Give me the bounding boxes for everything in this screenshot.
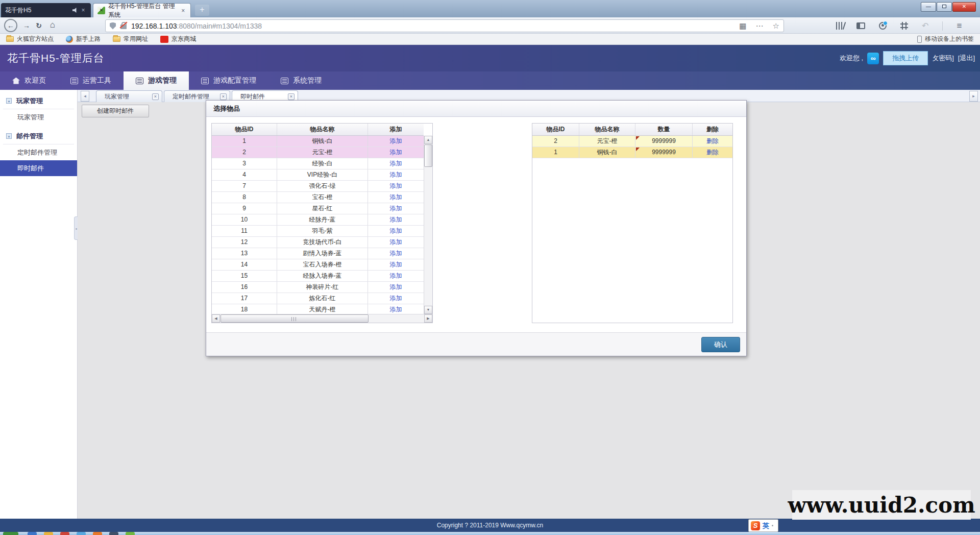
close-button[interactable]: ✕ [952,2,976,12]
tabs-scroll-left-icon[interactable]: ◂ [81,91,89,102]
mobile-bookmarks[interactable]: 移动设备上的书签 [917,35,974,43]
insecure-lock-icon[interactable] [120,25,127,29]
content-tab-0[interactable]: 玩家管理× [96,90,162,102]
page-actions-icon[interactable]: ⋯ [756,21,764,31]
selected-item-row[interactable]: 1铜钱-白9999999删除 [532,147,732,158]
add-link[interactable]: 添加 [390,272,402,279]
taskbar-icon[interactable] [60,532,69,535]
home-icon[interactable]: ⌂ [47,20,58,30]
change-password-link[interactable]: 攵密码] [932,54,954,63]
taskbar-icon[interactable] [28,532,37,535]
selected-item-row[interactable]: 2元宝-橙9999999删除 [532,136,732,147]
item-row[interactable]: 16神装碎片-红添加 [212,282,424,293]
add-link[interactable]: 添加 [390,295,402,302]
item-row[interactable]: 12竞技场代币-白添加 [212,237,424,248]
collapse-icon[interactable]: ▴ [6,98,12,104]
ime-indicator[interactable]: S 英 [748,519,778,532]
item-row[interactable]: 7强化石-绿添加 [212,181,424,192]
bookmark-item-3[interactable]: 京东商城 [160,35,196,43]
item-row[interactable]: 2元宝-橙添加 [212,147,424,158]
item-row[interactable]: 9星石-红添加 [212,203,424,214]
item-row[interactable]: 1铜钱-白添加 [212,136,424,147]
new-tab-button[interactable]: + [195,5,209,16]
add-link[interactable]: 添加 [390,283,402,290]
delete-link[interactable]: 删除 [706,149,719,156]
browser-tab-background[interactable]: 花千骨H5 × [1,3,91,17]
quantity-cell[interactable]: 9999999 [635,147,693,158]
account-icon[interactable] [879,22,887,30]
item-row[interactable]: 15经脉入场券-蓝添加 [212,271,424,282]
add-link[interactable]: 添加 [390,171,402,178]
horizontal-scrollbar[interactable]: ◀ ▶ [212,314,432,323]
tabs-scroll-right-icon[interactable]: ▸ [969,91,978,102]
taskbar-icon[interactable] [126,532,135,535]
back-icon[interactable]: ← [4,19,17,32]
scrollbar-thumb[interactable] [424,144,432,167]
close-icon[interactable]: × [288,93,295,100]
add-link[interactable]: 添加 [390,193,402,201]
logout-link[interactable]: [退出] [958,54,975,63]
close-icon[interactable]: × [152,93,159,100]
add-link[interactable]: 添加 [390,182,402,189]
scroll-down-icon[interactable]: ▼ [424,306,432,314]
restore-button[interactable] [937,2,952,12]
screenshot-icon[interactable] [900,22,908,30]
taskbar-icon[interactable] [109,532,118,535]
reload-icon[interactable]: ↻ [34,21,44,30]
add-link[interactable]: 添加 [390,250,402,257]
scroll-left-icon[interactable]: ◀ [212,314,220,323]
item-row[interactable]: 11羽毛-紫添加 [212,226,424,237]
scrollbar-thumb[interactable] [220,314,369,323]
nav-tab-0[interactable]: 欢迎页 [0,71,58,90]
tracking-shield-icon[interactable] [110,22,116,30]
menu-icon[interactable]: ≡ [957,21,962,31]
minimize-button[interactable]: — [921,2,936,12]
add-link[interactable]: 添加 [390,227,402,234]
scroll-up-icon[interactable]: ▲ [424,136,432,144]
taskbar-icon[interactable] [93,532,102,535]
add-link[interactable]: 添加 [390,160,402,167]
item-row[interactable]: 14宝石入场券-橙添加 [212,259,424,271]
tab-mute-icon[interactable] [72,8,78,13]
item-row[interactable]: 18天赋丹-橙添加 [212,304,424,315]
bookmark-item-1[interactable]: 新手上路 [66,35,101,43]
add-link[interactable]: 添加 [390,216,402,223]
netdisk-icon[interactable]: ∞ [867,53,879,64]
add-link[interactable]: 添加 [390,261,402,268]
collapse-icon[interactable]: ▴ [6,133,12,139]
sidebar-item-0-0[interactable]: 玩家管理 [0,109,77,125]
library-icon[interactable] [836,22,843,30]
create-mail-button[interactable]: 创建即时邮件 [82,105,149,117]
add-link[interactable]: 添加 [390,306,402,313]
sidebar-item-1-0[interactable]: 定时邮件管理 [0,144,77,160]
sidebar-toggle-icon[interactable] [856,22,865,29]
confirm-button[interactable]: 确认 [701,337,740,352]
drag-upload-button[interactable]: 拖拽上传 [883,51,928,65]
taskbar-icon[interactable] [77,532,86,535]
qr-code-icon[interactable]: ▦ [739,21,746,31]
tab-close-icon[interactable]: × [80,7,87,14]
vertical-scrollbar[interactable]: ▲ ▼ [424,136,432,314]
nav-tab-3[interactable]: 游戏配置管理 [189,71,268,90]
sidebar-group-1[interactable]: ▴邮件管理 [3,128,74,144]
forward-icon[interactable]: → [21,21,32,30]
add-link[interactable]: 添加 [390,149,402,156]
sidebar-item-1-1[interactable]: 即时邮件 [0,160,77,176]
address-bar[interactable]: 192.168.1.103:8080/main#m1304/m1338 ▦ ⋯ … [105,19,784,32]
bookmark-item-0[interactable]: 火狐官方站点 [6,35,54,43]
taskbar-icon[interactable] [44,532,53,535]
item-row[interactable]: 13剧情入场券-蓝添加 [212,248,424,259]
item-row[interactable]: 4VIP经验-白添加 [212,169,424,181]
add-link[interactable]: 添加 [390,238,402,246]
browser-tab-active[interactable]: ✕ 花千骨H5-管理后台 管理系统 × [93,3,191,17]
item-row[interactable]: 17炼化石-红添加 [212,293,424,304]
add-link[interactable]: 添加 [390,137,402,144]
bookmark-item-2[interactable]: 常用网址 [113,35,148,43]
undo-icon[interactable]: ↶ [922,21,928,31]
taskbar-icon[interactable] [3,532,18,535]
tab-close-icon[interactable]: × [180,7,186,14]
nav-tab-2[interactable]: 游戏管理 [124,71,189,90]
item-row[interactable]: 8宝石-橙添加 [212,192,424,203]
item-row[interactable]: 3经验-白添加 [212,158,424,169]
sidebar-collapse-grip[interactable]: ◂ [74,216,78,240]
